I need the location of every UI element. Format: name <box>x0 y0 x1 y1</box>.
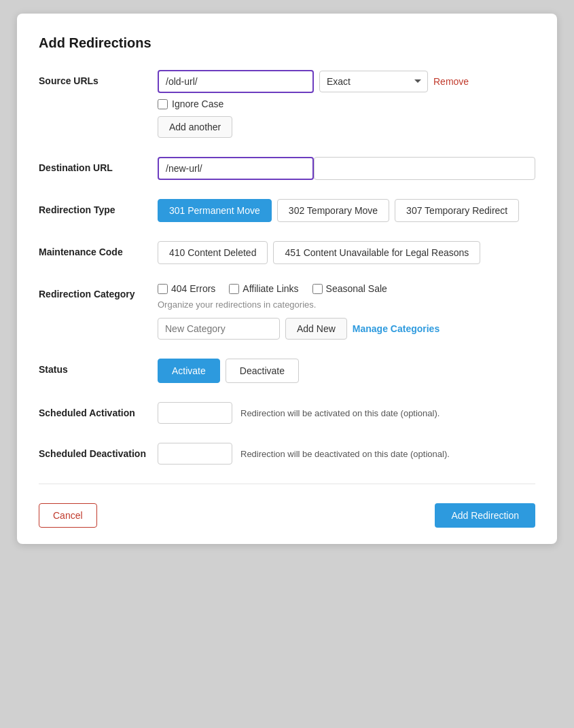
status-label: Status <box>39 359 158 375</box>
destination-url-label: Destination URL <box>39 157 158 173</box>
footer-divider <box>39 484 535 484</box>
destination-url-left-input[interactable] <box>158 157 314 180</box>
scheduled-deactivation-label: Scheduled Deactivation <box>39 443 158 459</box>
btn-302-temporary[interactable]: 302 Temporary Move <box>277 199 389 222</box>
maintenance-code-buttons: 410 Content Deleted 451 Content Unavaila… <box>158 241 535 264</box>
add-another-button[interactable]: Add another <box>158 116 232 138</box>
category-seasonal-sale: Seasonal Sale <box>312 283 387 294</box>
source-url-input[interactable] <box>158 70 314 93</box>
destination-url-right-input[interactable] <box>314 157 535 180</box>
category-helper-text: Organize your redirections in categories… <box>158 299 535 310</box>
page-title: Add Redirections <box>39 35 535 51</box>
status-row: Status Activate Deactivate <box>39 359 535 383</box>
404-errors-label: 404 Errors <box>171 283 215 294</box>
scheduled-deactivation-input[interactable] <box>158 443 232 465</box>
scheduled-activation-hint: Redirection will be activated on this da… <box>240 408 440 418</box>
redirection-category-row: Redirection Category 404 Errors Affiliat… <box>39 283 535 340</box>
category-checkboxes: 404 Errors Affiliate Links Seasonal Sale <box>158 283 535 294</box>
activate-button[interactable]: Activate <box>158 359 220 383</box>
btn-307-redirect[interactable]: 307 Temporary Redirect <box>395 199 519 222</box>
category-404-errors: 404 Errors <box>158 283 215 294</box>
remove-button[interactable]: Remove <box>433 76 469 87</box>
maintenance-code-content: 410 Content Deleted 451 Content Unavaila… <box>158 241 535 264</box>
status-content: Activate Deactivate <box>158 359 535 383</box>
scheduled-activation-input[interactable] <box>158 402 232 424</box>
redirection-type-label: Redirection Type <box>39 199 158 215</box>
destination-url-content <box>158 157 535 180</box>
destination-input-row <box>158 157 535 180</box>
category-affiliate-links: Affiliate Links <box>229 283 298 294</box>
footer: Cancel Add Redirection <box>39 498 535 528</box>
scheduled-deactivation-row: Scheduled Deactivation Redirection will … <box>39 443 535 465</box>
redirection-type-row: Redirection Type 301 Permanent Move 302 … <box>39 199 535 222</box>
btn-301-permanent[interactable]: 301 Permanent Move <box>158 199 272 222</box>
scheduled-activation-inputs: Redirection will be activated on this da… <box>158 402 535 424</box>
seasonal-sale-checkbox[interactable] <box>312 284 323 294</box>
redirection-category-label: Redirection Category <box>39 283 158 299</box>
btn-410-deleted[interactable]: 410 Content Deleted <box>158 241 268 264</box>
scheduled-activation-row: Scheduled Activation Redirection will be… <box>39 402 535 424</box>
match-type-select[interactable]: Exact Regex Contains <box>319 71 428 92</box>
deactivate-button[interactable]: Deactivate <box>226 359 299 383</box>
new-category-row: Add New Manage Categories <box>158 318 535 340</box>
add-new-category-button[interactable]: Add New <box>285 318 347 340</box>
status-buttons: Activate Deactivate <box>158 359 535 383</box>
scheduled-deactivation-inputs: Redirection will be deactivated on this … <box>158 443 535 465</box>
redirection-category-content: 404 Errors Affiliate Links Seasonal Sale… <box>158 283 535 340</box>
scheduled-deactivation-content: Redirection will be deactivated on this … <box>158 443 535 465</box>
affiliate-links-label: Affiliate Links <box>243 283 298 294</box>
manage-categories-link[interactable]: Manage Categories <box>353 323 440 334</box>
cancel-button[interactable]: Cancel <box>39 503 97 528</box>
source-urls-row: Source URLs Exact Regex Contains Remove … <box>39 70 535 138</box>
destination-url-row: Destination URL <box>39 157 535 180</box>
scheduled-deactivation-hint: Redirection will be deactivated on this … <box>240 449 450 459</box>
maintenance-code-label: Maintenance Code <box>39 241 158 257</box>
btn-451-legal[interactable]: 451 Content Unavailable for Legal Reason… <box>273 241 480 264</box>
redirection-type-buttons: 301 Permanent Move 302 Temporary Move 30… <box>158 199 535 222</box>
source-urls-label: Source URLs <box>39 70 158 86</box>
maintenance-code-row: Maintenance Code 410 Content Deleted 451… <box>39 241 535 264</box>
404-errors-checkbox[interactable] <box>158 284 168 294</box>
scheduled-activation-content: Redirection will be activated on this da… <box>158 402 535 424</box>
scheduled-activation-label: Scheduled Activation <box>39 402 158 418</box>
ignore-case-row: Ignore Case <box>158 98 535 109</box>
affiliate-links-checkbox[interactable] <box>229 284 239 294</box>
redirection-type-content: 301 Permanent Move 302 Temporary Move 30… <box>158 199 535 222</box>
add-redirection-button[interactable]: Add Redirection <box>435 503 535 528</box>
new-category-input[interactable] <box>158 318 280 340</box>
seasonal-sale-label: Seasonal Sale <box>326 283 387 294</box>
source-urls-content: Exact Regex Contains Remove Ignore Case … <box>158 70 535 138</box>
ignore-case-label: Ignore Case <box>172 98 223 109</box>
source-input-row: Exact Regex Contains Remove <box>158 70 535 93</box>
ignore-case-checkbox[interactable] <box>158 99 168 109</box>
add-redirections-card: Add Redirections Source URLs Exact Regex… <box>17 14 557 544</box>
